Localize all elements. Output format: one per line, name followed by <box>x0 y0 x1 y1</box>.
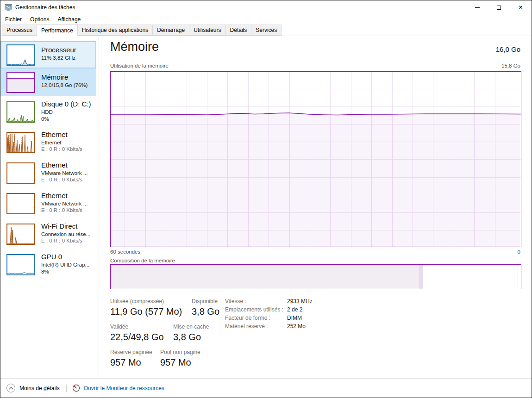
menu-options-accel: O <box>30 16 34 23</box>
sidebar-item-ethernet-3[interactable]: Ethernet VMware Network ... E : 0 R : 0 … <box>0 190 96 218</box>
gpu-tile-text: GPU 0 Intel(R) UHD Grap... 8% <box>41 253 89 274</box>
stat-available-value: 3,8 Go <box>192 306 219 317</box>
stat-slots-value: 2 de 2 <box>287 306 302 313</box>
stat-nonpaged-pool: Pool non paginé 957 Mo <box>160 349 200 368</box>
minimize-icon <box>475 7 480 8</box>
memory-tile-stats: 12,0/15,8 Go (76%) <box>41 82 88 88</box>
tab-services[interactable]: Services <box>251 25 282 36</box>
stat-paged-pool: Réserve paginée 957 Mo <box>110 349 160 368</box>
memory-tile-text: Mémoire 12,0/15,8 Go (76%) <box>41 73 88 88</box>
memory-mini-free <box>7 73 34 78</box>
stat-available: Disponible 3,8 Go <box>192 298 219 317</box>
titlebar: Gestionnaire des tâches ✕ <box>0 0 532 14</box>
stat-form-factor-value: DIMM <box>287 315 302 321</box>
performance-content: Processeur 11% 3,82 GHz Mémoire 12,0/15,… <box>0 36 532 378</box>
sidebar-item-memoire[interactable]: Mémoire 12,0/15,8 Go (76%) <box>0 68 96 96</box>
tab-processus[interactable]: Processus <box>2 25 37 36</box>
sidebar-item-processeur[interactable]: Processeur 11% 3,82 GHz <box>0 41 96 68</box>
ethernet2-tile-title: Ethernet <box>41 161 88 169</box>
memory-usage-chart <box>110 71 521 247</box>
ethernet2-tile-text: Ethernet VMware Network ... E : 0 R : 0 … <box>41 161 88 182</box>
memory-detail-panel: Mémoire 16,0 Go Utilisation de la mémoir… <box>99 36 532 378</box>
stat-used-label: Utilisée (compressée) <box>110 298 192 305</box>
fewer-details-button[interactable]: Moins de détails <box>6 384 60 392</box>
disk-tile-type: HDD <box>41 109 91 115</box>
stat-row-3: Réserve paginée 957 Mo Pool non paginé 9… <box>110 349 219 368</box>
menu-fichier[interactable]: Fichier <box>1 15 26 24</box>
ethernet1-mini-chart <box>6 132 35 153</box>
stat-cached-label: Mise en cache <box>173 323 209 330</box>
stat-form-factor: Facteur de forme : DIMM <box>225 315 313 323</box>
stat-used: Utilisée (compressée) 11,9 Go (577 Mo) <box>110 298 192 317</box>
maximize-button[interactable] <box>488 0 510 14</box>
gpu-tile-adapter: Intel(R) UHD Grap... <box>41 262 89 267</box>
usage-chart-max-label: 15,8 Go <box>501 63 520 68</box>
sidebar-item-wifi-direct[interactable]: Wi-Fi Direct Connexion au rése... E : 0 … <box>0 220 96 249</box>
resource-monitor-label: Ouvrir le Moniteur de ressources <box>84 385 164 392</box>
ethernet3-tile-stats: E : 0 R : 0 Kbits/s <box>41 207 88 213</box>
gpu-tile-percent: 8% <box>41 269 89 274</box>
wifi-mini-chart <box>6 224 35 245</box>
close-button[interactable]: ✕ <box>510 0 532 14</box>
tab-historique-applications[interactable]: Historique des applications <box>77 25 153 36</box>
tab-performance[interactable]: Performance <box>37 24 78 36</box>
memory-stats-left: Utilisée (compressée) 11,9 Go (577 Mo) D… <box>110 298 219 374</box>
footer-bar: Moins de détails Ouvrir le Moniteur de r… <box>0 378 532 398</box>
sidebar-item-ethernet-2[interactable]: Ethernet VMware Network ... E : 0 R : 0 … <box>0 159 96 188</box>
ethernet3-mini-chart <box>6 193 35 214</box>
ethernet3-tile-title: Ethernet <box>41 192 88 199</box>
composition-segment-divider <box>518 265 518 289</box>
cpu-tile-title: Processeur <box>41 46 76 54</box>
usage-chart-label: Utilisation de la mémoire <box>110 63 169 68</box>
ethernet3-tile-text: Ethernet VMware Network ... E : 0 R : 0 … <box>41 192 88 213</box>
tab-details[interactable]: Détails <box>225 25 252 36</box>
disk-mini-chart <box>6 101 35 123</box>
task-manager-app-icon <box>5 4 12 11</box>
disk-tile-percent: 0% <box>41 116 91 122</box>
stat-committed-value: 22,5/49,8 Go <box>110 332 173 342</box>
ethernet1-tile-adapter: Ethernet <box>41 140 82 145</box>
stat-paged-pool-value: 957 Mo <box>110 357 160 368</box>
fewer-details-pre: Moins de <box>19 385 44 392</box>
ethernet1-tile-title: Ethernet <box>41 131 82 138</box>
sidebar-item-ethernet-1[interactable]: Ethernet Ethernet E : 0 R : 0 Kbits/s <box>0 129 96 157</box>
disk-tile-title: Disque 0 (D: C:) <box>41 100 91 108</box>
menu-options[interactable]: Options <box>26 15 53 24</box>
stat-cached: Mise en cache 3,8 Go <box>173 323 209 342</box>
disk-tile-text: Disque 0 (D: C:) HDD 0% <box>41 100 91 122</box>
sidebar-item-disque-0[interactable]: Disque 0 (D: C:) HDD 0% <box>0 98 96 127</box>
minimize-button[interactable] <box>466 0 488 14</box>
ethernet1-tile-stats: E : 0 R : 0 Kbits/s <box>41 146 82 152</box>
wifi-tile-text: Wi-Fi Direct Connexion au rése... E : 0 … <box>41 222 90 243</box>
footer-divider <box>66 385 67 392</box>
menu-options-rest: ptions <box>34 16 49 23</box>
cpu-tile-stats: 11% 3,82 GHz <box>41 55 76 61</box>
stat-form-factor-label: Facteur de forme : <box>225 315 287 321</box>
open-resource-monitor-link[interactable]: Ouvrir le Moniteur de ressources <box>72 384 164 392</box>
fewer-details-rest: étails <box>47 385 60 392</box>
stat-row-1: Utilisée (compressée) 11,9 Go (577 Mo) D… <box>110 298 219 317</box>
stat-hw-reserved-value: 252 Mo <box>287 323 306 330</box>
menu-fichier-rest: ichier <box>8 16 22 23</box>
stat-paged-pool-label: Réserve paginée <box>110 349 160 355</box>
menu-affichage[interactable]: Affichage <box>53 15 85 24</box>
chevron-up-icon <box>6 384 15 392</box>
stat-used-value: 11,9 Go (577 Mo) <box>110 306 192 317</box>
ethernet2-tile-stats: E : 0 R : 0 Kbits/s <box>41 177 88 182</box>
stat-speed-label: Vitesse : <box>225 298 287 305</box>
memory-mini-chart <box>6 72 35 93</box>
wifi-tile-adapter: Connexion au rése... <box>41 231 90 237</box>
tab-utilisateurs[interactable]: Utilisateurs <box>189 25 225 36</box>
memory-usage-line <box>111 72 521 247</box>
chart-time-span-label: 60 secondes <box>110 249 140 255</box>
menu-affichage-rest: ffichage <box>61 16 81 23</box>
cpu-tile-text: Processeur 11% 3,82 GHz <box>41 46 76 61</box>
composition-modified-segment <box>420 265 423 289</box>
composition-label: Composition de la mémoire <box>110 258 175 263</box>
stat-speed: Vitesse : 2933 MHz <box>225 298 313 306</box>
memory-composition-bar <box>110 264 521 289</box>
tab-demarrage[interactable]: Démarrage <box>152 25 189 36</box>
sidebar-item-gpu-0[interactable]: GPU 0 Intel(R) UHD Grap... 8% <box>0 251 96 280</box>
memory-tile-title: Mémoire <box>41 73 88 81</box>
memory-stats-right: Vitesse : 2933 MHz Emplacements utilisés… <box>225 298 313 331</box>
